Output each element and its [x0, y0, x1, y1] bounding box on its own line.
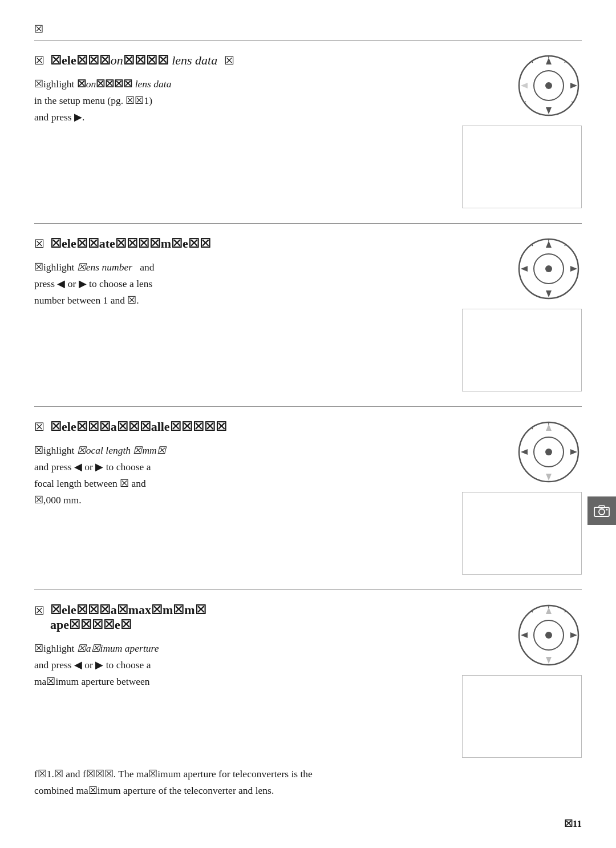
section-1: ☒ ☒ele☒☒☒on☒☒☒☒ lens data ☒ ☒ighlight ☒o…: [34, 40, 582, 223]
svg-marker-15: [546, 241, 552, 248]
section-4-right: [462, 603, 582, 758]
section-2-header: ☒ ☒ele☒☒ate☒☒☒☒m☒e☒☒: [34, 236, 456, 251]
top-icon: ☒: [34, 23, 582, 35]
section-3-right: [462, 419, 582, 575]
section-4-body: ☒ighlight ☒a☒imum aperture and press ◀ o…: [34, 640, 342, 690]
svg-point-14: [545, 265, 552, 272]
section-2-right: [462, 236, 582, 391]
section-2-title: ☒ele☒☒ate☒☒☒☒m☒e☒☒: [50, 236, 211, 251]
svg-marker-37: [521, 632, 528, 638]
svg-rect-44: [599, 506, 605, 508]
section-1-right: [462, 53, 582, 208]
section-2: ☒ ☒ele☒☒ate☒☒☒☒m☒e☒☒ ☒ighlight ☒ens numb…: [34, 223, 582, 406]
section-3-header: ☒ ☒ele☒☒☒a☒☒☒alle☒☒☒☒☒: [34, 419, 456, 434]
section-4-title-line2: ape☒☒☒☒e☒: [50, 617, 206, 632]
section-4-header: ☒ ☒ele☒☒☒a☒max☒m☒m☒ ape☒☒☒☒e☒: [34, 603, 456, 632]
section-4-title-line1: ☒ele☒☒☒a☒max☒m☒m☒: [50, 603, 206, 617]
svg-marker-3: [546, 58, 552, 64]
section-4-step: ☒: [34, 604, 44, 617]
section-1-title: ☒ele☒☒☒on☒☒☒☒ lens data: [50, 53, 217, 68]
section-4: ☒ ☒ele☒☒☒a☒max☒m☒m☒ ape☒☒☒☒e☒ ☒ighlight …: [34, 589, 582, 816]
section-1-dial: [516, 53, 582, 121]
svg-marker-35: [546, 607, 552, 614]
section-3: ☒ ☒ele☒☒☒a☒☒☒alle☒☒☒☒☒ ☒ighlight ☒ocal l…: [34, 406, 582, 589]
section-2-step: ☒: [34, 237, 44, 251]
svg-point-34: [545, 632, 552, 639]
svg-marker-26: [546, 474, 552, 480]
section-2-body: ☒ighlight ☒ens number and press ◀ or ▶ t…: [34, 259, 342, 309]
section-4-preview: [462, 675, 582, 758]
section-2-dial: [516, 236, 582, 304]
svg-point-45: [606, 509, 608, 511]
section-4-dial: [516, 603, 582, 671]
svg-marker-28: [570, 449, 577, 455]
page-number: ☒11: [564, 818, 582, 830]
svg-marker-5: [521, 83, 528, 88]
svg-point-43: [599, 509, 605, 515]
section-1-preview: [462, 126, 582, 208]
svg-marker-27: [521, 449, 528, 455]
svg-marker-25: [546, 424, 552, 431]
section-3-step: ☒: [34, 420, 44, 434]
svg-marker-6: [570, 83, 577, 88]
section-3-body: ☒ighlight ☒ocal length ☒mm☒ and press ◀ …: [34, 442, 342, 508]
svg-marker-16: [546, 290, 552, 297]
section-1-step: ☒: [34, 54, 44, 67]
svg-marker-36: [546, 657, 552, 664]
section-1-title-suffix: ☒: [224, 54, 234, 67]
section-1-header: ☒ ☒ele☒☒☒on☒☒☒☒ lens data ☒: [34, 53, 456, 68]
section-1-body: ☒ighlight ☒on☒☒☒☒ lens data in the setup…: [34, 76, 342, 126]
svg-point-24: [545, 449, 552, 455]
svg-marker-18: [570, 266, 577, 272]
section-2-preview: [462, 309, 582, 391]
svg-point-2: [545, 82, 552, 89]
svg-marker-38: [570, 632, 577, 638]
camera-badge: [587, 496, 616, 525]
section-3-dial: [516, 419, 582, 487]
section-3-preview: [462, 492, 582, 575]
section-4-continuation: f☒1.☒ and f☒☒☒. The ma☒imum aperture for…: [34, 766, 582, 816]
svg-marker-4: [546, 107, 552, 114]
section-3-title: ☒ele☒☒☒a☒☒☒alle☒☒☒☒☒: [50, 419, 227, 434]
svg-marker-17: [521, 266, 528, 272]
